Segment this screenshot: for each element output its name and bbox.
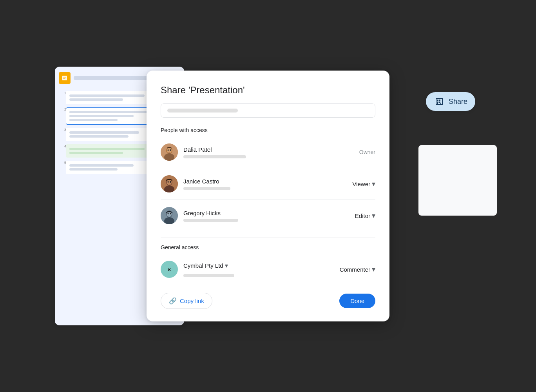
- people-list: Dalia Patel Owner: [161, 140, 375, 228]
- person-row-gregory: Gregory Hicks Editor ▾: [161, 203, 375, 228]
- search-input-placeholder-bar: [167, 109, 238, 113]
- org-description-placeholder: [183, 274, 234, 277]
- slides-app-icon: [59, 72, 71, 84]
- svg-point-7: [168, 149, 169, 151]
- org-name-dropdown[interactable]: Cymbal Pty Ltd ▾: [183, 262, 340, 269]
- person-row-janice: Janice Castro Viewer ▾: [161, 171, 375, 196]
- general-access-label: General access: [161, 244, 375, 250]
- share-modal: Share 'Presentation' People with access: [147, 71, 389, 321]
- person-row-dalia: Dalia Patel Owner: [161, 140, 375, 165]
- link-icon: 🔗: [169, 297, 177, 305]
- share-button-label: Share: [449, 98, 467, 106]
- people-section-label: People with access: [161, 127, 375, 133]
- general-access-row: « Cymbal Pty Ltd ▾ Commenter ▾: [161, 257, 375, 282]
- person-info-janice: Janice Castro: [183, 178, 352, 190]
- copy-link-button[interactable]: 🔗 Copy link: [161, 293, 212, 309]
- chevron-down-icon-org: ▾: [225, 262, 228, 269]
- share-building-icon: [434, 96, 445, 107]
- svg-point-20: [170, 213, 171, 214]
- person-name-janice: Janice Castro: [183, 178, 352, 185]
- person-role-janice[interactable]: Viewer ▾: [352, 180, 375, 188]
- scene: 1 2 3: [0, 0, 536, 392]
- general-access-role[interactable]: Commenter ▾: [340, 265, 375, 274]
- modal-overlay: Share 'Presentation' People with access: [147, 71, 389, 321]
- done-label: Done: [350, 298, 364, 304]
- cymbal-info: Cymbal Pty Ltd ▾: [183, 262, 340, 277]
- cymbal-icon: «: [168, 266, 171, 273]
- person-role-label-janice: Viewer: [352, 181, 370, 187]
- avatar-dalia: [161, 143, 178, 161]
- general-access-role-label: Commenter: [340, 266, 370, 273]
- person-role-gregory[interactable]: Editor ▾: [355, 211, 375, 220]
- divider-2: [161, 200, 375, 200]
- done-button[interactable]: Done: [339, 294, 375, 308]
- avatar-janice: [161, 175, 178, 192]
- svg-rect-1: [63, 77, 66, 78]
- divider-general: [161, 238, 375, 238]
- chevron-down-icon-commenter: ▾: [372, 265, 375, 274]
- person-email-janice: [183, 187, 230, 190]
- cymbal-logo-avatar: «: [161, 261, 178, 278]
- org-name-label: Cymbal Pty Ltd: [183, 262, 223, 269]
- general-access-section: General access « Cymbal Pty Ltd ▾ Commen…: [161, 244, 375, 282]
- divider-1: [161, 168, 375, 168]
- person-name-dalia: Dalia Patel: [183, 146, 359, 153]
- chevron-down-icon-gregory: ▾: [372, 211, 375, 220]
- svg-point-13: [168, 181, 169, 183]
- avatar-gregory: [161, 207, 178, 224]
- person-role-label-gregory: Editor: [355, 212, 370, 219]
- chevron-down-icon-janice: ▾: [372, 180, 375, 188]
- modal-title: Share 'Presentation': [161, 85, 375, 96]
- person-email-dalia: [183, 155, 246, 158]
- person-email-gregory: [183, 219, 238, 222]
- copy-link-label: Copy link: [180, 298, 204, 304]
- person-name-gregory: Gregory Hicks: [183, 210, 355, 216]
- svg-point-19: [168, 213, 169, 214]
- person-info-dalia: Dalia Patel: [183, 146, 359, 158]
- person-info-gregory: Gregory Hicks: [183, 210, 355, 222]
- share-button-floating[interactable]: Share: [426, 92, 475, 111]
- svg-point-14: [170, 181, 171, 183]
- svg-rect-2: [63, 78, 65, 79]
- right-panel-background: [418, 145, 497, 216]
- svg-point-8: [170, 149, 171, 151]
- person-role-dalia: Owner: [359, 149, 375, 155]
- search-people-input[interactable]: [161, 103, 375, 118]
- modal-footer: 🔗 Copy link Done: [161, 293, 375, 309]
